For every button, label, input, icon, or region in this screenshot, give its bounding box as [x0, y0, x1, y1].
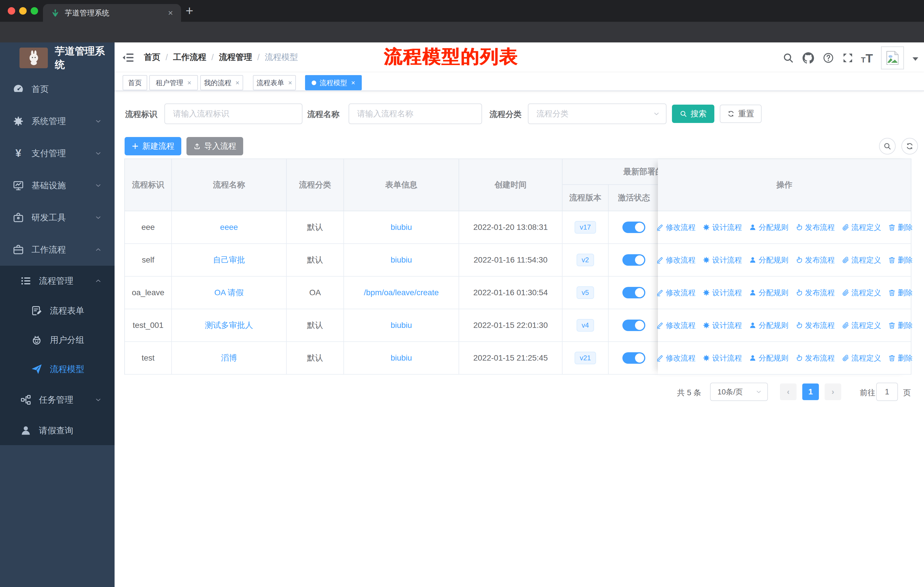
process-definition-link[interactable]: 流程定义 [842, 321, 881, 331]
font-size-icon[interactable]: TT [861, 51, 873, 65]
form-info-link[interactable]: biubiu [391, 223, 412, 232]
process-name-link[interactable]: 滔博 [221, 352, 237, 364]
assign-rule-link[interactable]: 分配规则 [749, 321, 789, 331]
form-info-link[interactable]: biubiu [391, 321, 412, 330]
sidebar-item-devtools[interactable]: 研发工具 [0, 202, 115, 233]
fullscreen-icon[interactable] [842, 52, 853, 64]
publish-process-link[interactable]: 发布流程 [795, 288, 835, 298]
tab-close-icon[interactable]: × [168, 8, 173, 18]
active-status-toggle[interactable] [622, 287, 645, 298]
tag-close-icon[interactable]: × [351, 79, 355, 86]
version-badge[interactable]: v17 [574, 221, 596, 234]
next-page-button[interactable]: › [825, 384, 841, 400]
process-name-link[interactable]: eeee [220, 223, 238, 232]
sidebar-item-infra[interactable]: 基础设施 [0, 169, 115, 202]
tag-process-form[interactable]: 流程表单× [253, 75, 296, 90]
sidebar-item-payment[interactable]: ¥ 支付管理 [0, 137, 115, 169]
breadcrumb-item[interactable]: 流程管理 [219, 51, 252, 63]
active-status-toggle[interactable] [622, 352, 645, 364]
window-minimize-button[interactable] [19, 7, 26, 15]
sidebar-item-home[interactable]: 首页 [0, 73, 115, 105]
tag-process-model[interactable]: 流程模型× [305, 75, 362, 90]
modify-process-link[interactable]: 修改流程 [656, 321, 696, 331]
show-search-toggle-button[interactable] [879, 138, 896, 154]
publish-process-link[interactable]: 发布流程 [795, 255, 835, 265]
sidebar-item-leave-query[interactable]: 请假查询 [0, 416, 115, 445]
delete-link[interactable]: 删除 [888, 255, 913, 265]
process-definition-link[interactable]: 流程定义 [842, 288, 881, 298]
goto-page-input[interactable] [876, 383, 898, 401]
process-id-input[interactable] [164, 104, 302, 124]
sidebar-item-task-management[interactable]: 任务管理 [0, 384, 115, 416]
reset-button[interactable]: 重置 [720, 105, 762, 123]
refresh-table-button[interactable] [901, 138, 918, 154]
delete-link[interactable]: 删除 [888, 321, 913, 331]
tag-close-icon[interactable]: × [187, 79, 191, 86]
sidebar-collapse-icon[interactable] [121, 51, 135, 64]
process-name-input[interactable] [348, 104, 482, 124]
version-badge[interactable]: v21 [574, 352, 596, 365]
form-info-link[interactable]: biubiu [391, 255, 412, 265]
page-number-button[interactable]: 1 [802, 384, 819, 400]
process-category-select[interactable]: 流程分类 [528, 104, 667, 124]
design-process-link[interactable]: 设计流程 [703, 255, 742, 265]
assign-rule-link[interactable]: 分配规则 [749, 353, 789, 363]
design-process-link[interactable]: 设计流程 [703, 288, 742, 298]
import-process-button[interactable]: 导入流程 [186, 137, 243, 155]
process-name-link[interactable]: 测试多审批人 [205, 320, 253, 331]
window-close-button[interactable] [8, 7, 15, 15]
window-zoom-button[interactable] [31, 7, 38, 15]
tag-my-process[interactable]: 我的流程× [200, 75, 243, 90]
version-badge[interactable]: v5 [577, 286, 594, 299]
tag-home[interactable]: 首页 [122, 75, 147, 90]
sidebar-logo[interactable]: 芋道管理系统 [0, 42, 115, 73]
modify-process-link[interactable]: 修改流程 [656, 255, 696, 265]
browser-tab[interactable]: 芋道管理系统 × [43, 4, 181, 22]
caret-down-icon[interactable] [912, 57, 918, 61]
active-status-toggle[interactable] [622, 319, 645, 331]
breadcrumb-item[interactable]: 首页 [144, 51, 160, 63]
breadcrumb-item[interactable]: 工作流程 [173, 51, 206, 63]
search-button[interactable]: 搜索 [672, 105, 714, 123]
modify-process-link[interactable]: 修改流程 [656, 222, 696, 232]
active-status-toggle[interactable] [622, 222, 645, 233]
search-icon[interactable] [782, 52, 794, 64]
tag-close-icon[interactable]: × [288, 79, 292, 86]
help-icon[interactable] [823, 52, 834, 64]
github-icon[interactable] [803, 52, 814, 64]
modify-process-link[interactable]: 修改流程 [656, 288, 696, 298]
publish-process-link[interactable]: 发布流程 [795, 353, 835, 363]
process-definition-link[interactable]: 流程定义 [842, 255, 881, 265]
version-badge[interactable]: v4 [577, 319, 594, 332]
design-process-link[interactable]: 设计流程 [703, 321, 742, 331]
delete-link[interactable]: 删除 [888, 288, 913, 298]
tag-close-icon[interactable]: × [236, 79, 239, 86]
avatar[interactable] [881, 46, 904, 69]
sidebar-item-system[interactable]: 系统管理 [0, 105, 115, 137]
publish-process-link[interactable]: 发布流程 [795, 222, 835, 232]
form-info-link[interactable]: /bpm/oa/leave/create [364, 288, 439, 297]
design-process-link[interactable]: 设计流程 [703, 222, 742, 232]
delete-link[interactable]: 删除 [888, 222, 913, 232]
sidebar-item-process-management[interactable]: 流程管理 [0, 266, 115, 296]
sidebar-item-process-model[interactable]: 流程模型 [0, 355, 115, 384]
sidebar-item-process-form[interactable]: 流程表单 [0, 296, 115, 325]
process-definition-link[interactable]: 流程定义 [842, 222, 881, 232]
process-definition-link[interactable]: 流程定义 [842, 353, 881, 363]
modify-process-link[interactable]: 修改流程 [656, 353, 696, 363]
assign-rule-link[interactable]: 分配规则 [749, 255, 789, 265]
sidebar-item-workflow[interactable]: 工作流程 [0, 233, 115, 266]
assign-rule-link[interactable]: 分配规则 [749, 222, 789, 232]
sidebar-item-user-group[interactable]: 用户分组 [0, 325, 115, 355]
create-process-button[interactable]: 新建流程 [125, 137, 181, 155]
new-tab-button[interactable]: + [186, 3, 193, 18]
tag-tenant[interactable]: 租户管理× [149, 75, 198, 90]
page-size-select[interactable]: 10条/页 [710, 383, 768, 401]
form-info-link[interactable]: biubiu [391, 354, 412, 362]
active-status-toggle[interactable] [622, 254, 645, 266]
prev-page-button[interactable]: ‹ [780, 384, 797, 400]
design-process-link[interactable]: 设计流程 [703, 353, 742, 363]
process-name-link[interactable]: 自己审批 [213, 255, 245, 265]
version-badge[interactable]: v2 [577, 254, 594, 266]
assign-rule-link[interactable]: 分配规则 [749, 288, 789, 298]
